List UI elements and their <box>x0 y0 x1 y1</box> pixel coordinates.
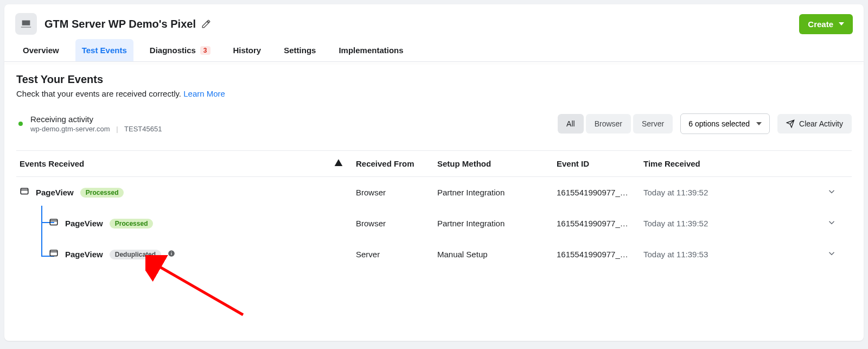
expand-row-button[interactable] <box>827 218 848 229</box>
activity-status: Receiving activity wp-demo.gtm-server.co… <box>30 115 162 133</box>
seg-all[interactable]: All <box>558 114 584 134</box>
clear-activity-label: Clear Activity <box>799 119 843 128</box>
options-dropdown[interactable]: 6 options selected <box>680 113 770 134</box>
page-title: GTM Server WP Demo's Pixel <box>44 18 196 30</box>
col-event-id: Event ID <box>557 159 643 168</box>
section-subtitle: Check that your events are received corr… <box>16 89 852 98</box>
tab-diagnostics[interactable]: Diagnostics 3 <box>143 39 217 61</box>
seg-browser[interactable]: Browser <box>586 114 631 134</box>
tab-history[interactable]: History <box>227 39 268 61</box>
app-icon <box>15 13 37 35</box>
chevron-down-icon <box>827 249 837 258</box>
caret-down-icon <box>839 22 844 26</box>
cell-from: Server <box>356 250 437 259</box>
col-time: Time Received <box>643 159 827 168</box>
pencil-icon <box>201 19 211 29</box>
browser-icon <box>49 249 59 260</box>
tab-implementations[interactable]: Implementations <box>332 39 410 61</box>
status-badge: Processed <box>110 219 154 229</box>
chevron-down-icon <box>827 218 837 227</box>
event-name: PageView <box>65 250 103 259</box>
tab-diagnostics-label: Diagnostics <box>150 46 196 55</box>
col-setup: Setup Method <box>437 159 557 168</box>
activity-line1: Receiving activity <box>30 115 162 124</box>
col-warning-icon <box>334 158 356 169</box>
svg-rect-7 <box>171 253 172 255</box>
cell-setup: Partner Integration <box>437 219 557 228</box>
browser-icon <box>20 187 29 198</box>
chevron-down-icon <box>827 187 837 196</box>
cell-event-id: 1615541990977_… <box>557 219 643 228</box>
cell-setup: Partner Integration <box>437 188 557 197</box>
warning-icon <box>334 158 343 167</box>
source-segmented-control: All Browser Server <box>558 114 673 134</box>
col-from: Received From <box>356 159 437 168</box>
table-row[interactable]: PageView Processed Browser Partner Integ… <box>16 177 852 208</box>
col-events: Events Received <box>20 159 334 168</box>
expand-row-button[interactable] <box>827 249 848 260</box>
event-name: PageView <box>36 188 74 197</box>
tab-test-events[interactable]: Test Events <box>75 39 133 61</box>
activity-dot-icon <box>18 122 23 126</box>
activity-domain: wp-demo.gtm-server.com <box>30 125 110 133</box>
clear-activity-button[interactable]: Clear Activity <box>777 114 852 134</box>
svg-line-9 <box>156 265 243 315</box>
table-row[interactable]: PageView Processed Browser Partner Integ… <box>16 208 852 239</box>
cell-setup: Manual Setup <box>437 250 557 259</box>
svg-rect-8 <box>171 252 172 252</box>
section-title: Test Your Events <box>16 73 852 86</box>
expand-row-button[interactable] <box>827 187 848 198</box>
laptop-icon <box>20 18 32 30</box>
caret-down-icon <box>756 122 762 125</box>
cell-from: Browser <box>356 219 437 228</box>
tab-overview[interactable]: Overview <box>16 39 66 61</box>
events-table: Events Received Received From Setup Meth… <box>16 150 852 270</box>
event-name: PageView <box>65 219 103 228</box>
create-button-label: Create <box>808 20 833 29</box>
status-badge: Processed <box>80 188 124 198</box>
cell-from: Browser <box>356 188 437 197</box>
cell-event-id: 1615541990977_… <box>557 188 643 197</box>
svg-rect-4 <box>50 250 58 256</box>
seg-server[interactable]: Server <box>633 114 673 134</box>
tabs-bar: Overview Test Events Diagnostics 3 Histo… <box>4 39 864 62</box>
cell-event-id: 1615541990977_… <box>557 250 643 259</box>
info-icon[interactable] <box>168 250 175 259</box>
table-header: Events Received Received From Setup Meth… <box>16 150 852 177</box>
table-row[interactable]: PageView Deduplicated Server Manual Setu… <box>16 239 852 270</box>
browser-icon <box>49 218 59 229</box>
svg-rect-2 <box>50 219 58 225</box>
cell-time: Today at 11:39:53 <box>643 250 827 259</box>
status-badge: Deduplicated <box>110 250 161 259</box>
learn-more-link[interactable]: Learn More <box>183 89 225 98</box>
create-button[interactable]: Create <box>799 14 853 34</box>
cell-time: Today at 11:39:52 <box>643 188 827 197</box>
options-dropdown-label: 6 options selected <box>688 119 750 128</box>
paper-plane-icon <box>786 119 795 128</box>
edit-title-button[interactable] <box>201 19 211 29</box>
activity-test-id: TEST45651 <box>124 125 162 133</box>
svg-rect-0 <box>21 188 28 194</box>
cell-time: Today at 11:39:52 <box>643 219 827 228</box>
tab-settings[interactable]: Settings <box>277 39 322 61</box>
diagnostics-badge: 3 <box>200 46 210 55</box>
